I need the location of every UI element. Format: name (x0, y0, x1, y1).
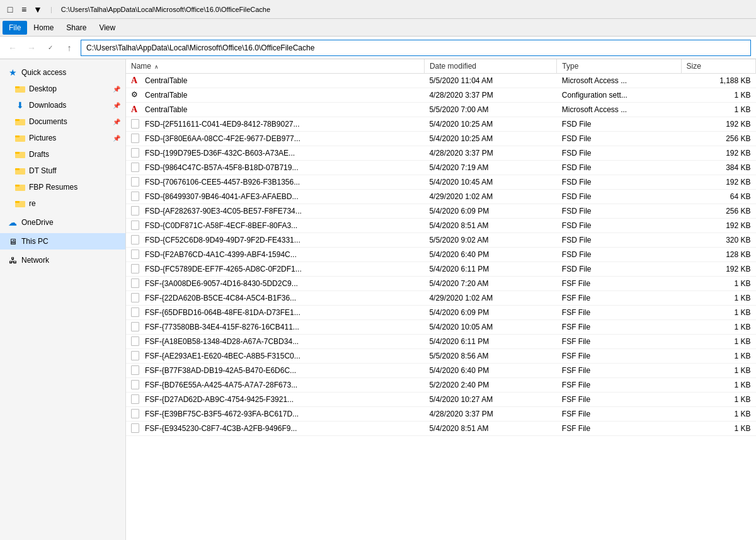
cell-type: FSD File (557, 132, 681, 146)
table-row[interactable]: FSF-{65DFBD16-064B-48FE-81DA-D73FE1... 5… (126, 306, 756, 320)
column-header-date[interactable]: Date modified (424, 59, 556, 74)
table-row[interactable]: A CentralTable 5/5/2020 11:04 AM Microso… (126, 74, 756, 88)
menu-view[interactable]: View (93, 21, 122, 35)
back-button[interactable]: ← (5, 40, 20, 55)
table-row[interactable]: FSF-{D27AD62D-AB9C-4754-9425-F3921... 5/… (126, 393, 756, 407)
table-row[interactable]: FSF-{A18E0B58-1348-4D28-A67A-7CBD34... 5… (126, 335, 756, 349)
table-row[interactable]: FSD-{3F80E6AA-08CC-4F2E-9677-DEB977... 5… (126, 132, 756, 146)
file-icon (131, 423, 139, 433)
cell-size: 1 KB (681, 422, 755, 436)
sidebar-item-fbp-resumes[interactable]: FBP Resumes (0, 179, 125, 195)
table-row[interactable]: FSD-{2F511611-C041-4ED9-8412-78B9027... … (126, 117, 756, 132)
table-row[interactable]: FSF-{22DA620B-B5CE-4C84-A5C4-B1F36... 4/… (126, 291, 756, 306)
desktop-pin: 📌 (113, 86, 120, 93)
row-icon (131, 365, 141, 376)
file-name: FSD-{3F80E6AA-08CC-4F2E-9677-DEB977... (145, 134, 301, 143)
table-row[interactable]: A CentralTable 5/5/2020 7:00 AM Microsof… (126, 103, 756, 117)
file-name: CentralTable (145, 76, 187, 85)
row-icon (131, 235, 141, 245)
table-row[interactable]: FSF-{AE293AE1-E620-4BEC-A8B5-F315C0... 5… (126, 349, 756, 364)
table-row[interactable]: FSF-{BD76E55A-A425-4A75-A7A7-28F673... 5… (126, 378, 756, 393)
row-icon (131, 148, 141, 158)
cell-size: 192 KB (681, 175, 755, 190)
column-header-type[interactable]: Type (557, 59, 681, 74)
sidebar-item-dt-stuff[interactable]: DT Stuff (0, 163, 125, 179)
down-arrow-icon[interactable]: ▼ (33, 4, 43, 14)
table-row[interactable]: FSD-{FC5789DE-EF7F-4265-AD8C-0F2DF1... 5… (126, 262, 756, 277)
cell-date: 5/4/2020 10:05 AM (424, 320, 556, 335)
sidebar-this-pc-label: This PC (21, 237, 120, 246)
table-row[interactable]: FSD-{AF282637-90E3-4C05-BE57-F8FE734... … (126, 204, 756, 219)
folder-pics-icon (15, 133, 25, 143)
table-row[interactable]: FSD-{199D79E5-D36F-432C-B603-A73AE... 4/… (126, 146, 756, 161)
file-icon (131, 163, 139, 172)
recent-locations-button[interactable]: ✓ (43, 40, 58, 55)
table-row[interactable]: FSD-{C0DF871C-A58F-4ECF-8BEF-80FA3... 5/… (126, 219, 756, 233)
column-header-name[interactable]: Name ∧ (126, 59, 424, 74)
cell-size: 192 KB (681, 117, 755, 132)
row-icon (131, 119, 141, 129)
sidebar-item-documents[interactable]: Documents 📌 (0, 113, 125, 130)
cell-date: 5/4/2020 8:51 AM (424, 219, 556, 233)
table-row[interactable]: FSF-{E39BF75C-B3F5-4672-93FA-BC617D... 4… (126, 407, 756, 422)
table-row[interactable]: FSF-{773580BB-34E4-415F-8276-16CB411... … (126, 320, 756, 335)
cell-name: FSF-{AE293AE1-E620-4BEC-A8B5-F315C0... (126, 349, 424, 364)
cell-date: 5/5/2020 8:56 AM (424, 349, 556, 364)
column-header-size[interactable]: Size (681, 59, 755, 74)
cell-date: 5/4/2020 6:40 PM (424, 248, 556, 262)
sidebar-item-drafts[interactable]: Drafts (0, 146, 125, 163)
svg-rect-3 (15, 119, 20, 121)
file-name: FSF-{E39BF75C-B3F5-4672-93FA-BC617D... (145, 410, 299, 418)
file-name: FSF-{22DA620B-B5CE-4C84-A5C4-B1F36... (145, 294, 296, 302)
file-icon (131, 336, 139, 346)
row-icon: A (131, 105, 141, 115)
up-button[interactable]: ↑ (62, 40, 77, 55)
cell-size: 1,188 KB (681, 74, 755, 88)
table-row[interactable]: FSD-{CF52C6D8-9D49-49D7-9F2D-FE4331... 5… (126, 233, 756, 248)
menu-share[interactable]: Share (60, 21, 93, 35)
address-input[interactable] (81, 40, 751, 56)
table-row[interactable]: FSF-{E9345230-C8F7-4C3B-A2FB-9496F9... 5… (126, 422, 756, 436)
row-icon: A (131, 76, 141, 86)
cell-type: FSD File (557, 219, 681, 233)
quick-access-toolbar[interactable]: □ (5, 4, 15, 14)
sidebar-item-this-pc[interactable]: 🖥 This PC (0, 233, 125, 250)
forward-button[interactable]: → (24, 40, 39, 55)
row-icon: ⚙ (131, 90, 141, 100)
table-row[interactable]: FSD-{F2AB76CD-4A1C-4399-ABF4-1594C... 5/… (126, 248, 756, 262)
table-row[interactable]: FSF-{B77F38AD-DB19-42A5-B470-E6D6C... 5/… (126, 364, 756, 378)
menu-file[interactable]: File (3, 21, 27, 35)
sidebar-item-downloads[interactable]: ⬇ Downloads 📌 (0, 97, 125, 113)
file-icon (131, 119, 139, 129)
title-bar-controls[interactable]: □ ≡ ▼ | (5, 4, 56, 14)
cell-type: Microsoft Access ... (557, 103, 681, 117)
sidebar-item-desktop[interactable]: Desktop 📌 (0, 81, 125, 97)
cell-name: FSF-{3A008DE6-9057-4D16-8430-5DD2C9... (126, 277, 424, 291)
row-icon (131, 177, 141, 187)
row-icon (131, 206, 141, 216)
file-name: FSF-{E9345230-C8F7-4C3B-A2FB-9496F9... (145, 424, 297, 433)
folder-re-icon (15, 198, 25, 209)
table-row[interactable]: ⚙ CentralTable 4/28/2020 3:37 PM Configu… (126, 88, 756, 103)
sidebar-item-network[interactable]: 🖧 Network (0, 252, 125, 268)
table-row[interactable]: FSD-{86499307-9B46-4041-AFE3-AFAEBD... 4… (126, 190, 756, 204)
pin-icon[interactable]: ≡ (19, 4, 29, 14)
row-icon (131, 293, 141, 303)
cell-name: FSF-{65DFBD16-064B-48FE-81DA-D73FE1... (126, 306, 424, 320)
row-icon (131, 221, 141, 231)
table-row[interactable]: FSF-{3A008DE6-9057-4D16-8430-5DD2C9... 5… (126, 277, 756, 291)
table-header-row: Name ∧ Date modified Type Size (126, 59, 756, 74)
file-list-area: Name ∧ Date modified Type Size (126, 59, 756, 540)
sidebar-item-pictures[interactable]: Pictures 📌 (0, 130, 125, 146)
cell-type: FSF File (557, 335, 681, 349)
menu-home[interactable]: Home (27, 21, 60, 35)
table-row[interactable]: FSD-{70676106-CEE5-4457-B926-F3B1356... … (126, 175, 756, 190)
sidebar-item-re[interactable]: re (0, 195, 125, 212)
folder-docs-icon (15, 117, 25, 127)
cell-name: A CentralTable (126, 103, 424, 117)
table-row[interactable]: FSD-{9864C47C-B57A-45F8-B18D-07B719... 5… (126, 161, 756, 175)
file-icon (131, 394, 139, 404)
sidebar-item-onedrive[interactable]: ☁ OneDrive (0, 214, 125, 231)
file-icon (131, 134, 139, 143)
sidebar-item-quick-access[interactable]: ★ Quick access (0, 64, 125, 81)
